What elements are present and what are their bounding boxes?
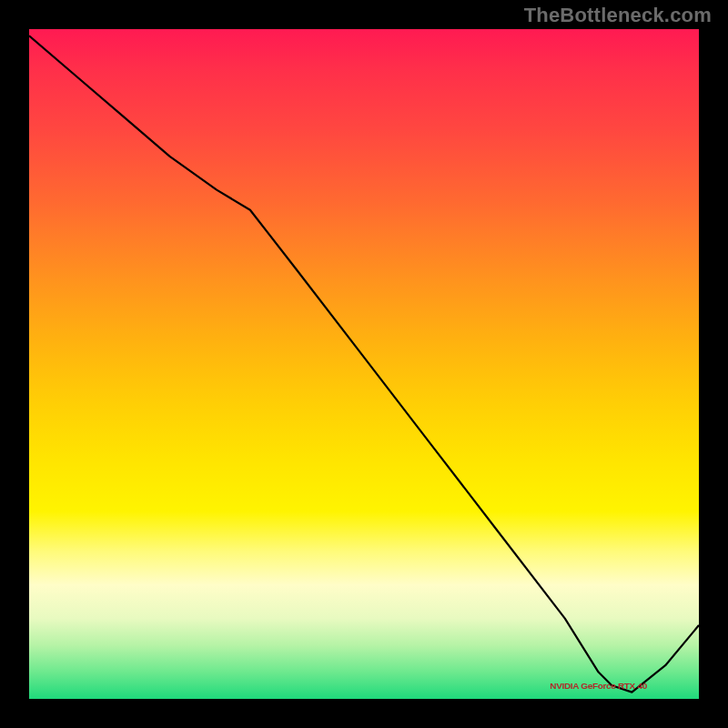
annotation-label: NVIDIA GeForce RTX 40 (550, 681, 647, 691)
data-curve (29, 35, 699, 692)
line-plot-svg: NVIDIA GeForce RTX 40 (29, 29, 699, 699)
watermark-text: TheBottleneck.com (524, 4, 712, 27)
plot-area: NVIDIA GeForce RTX 40 (27, 27, 701, 701)
chart-container: TheBottleneck.com NVIDIA GeForce RTX 40 (0, 0, 728, 728)
